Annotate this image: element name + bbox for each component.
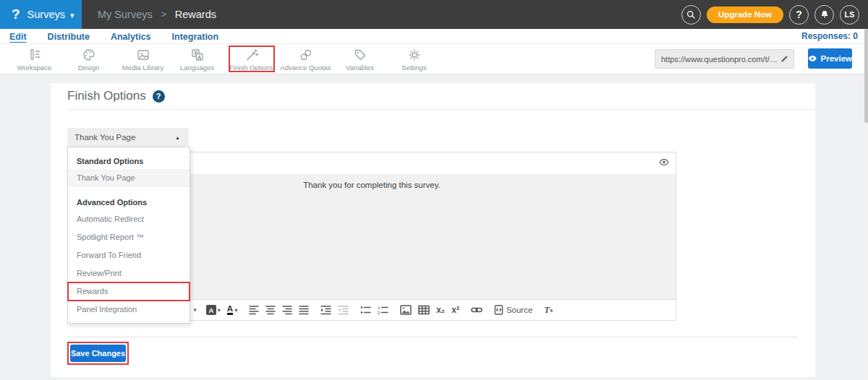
questionpro-app: ? Surveys ▾ My Surveys > Rewards Upgrade… [0, 0, 868, 380]
user-avatar[interactable]: LS [840, 5, 859, 25]
ribbon-item-workspace[interactable]: Workspace [7, 44, 61, 74]
tag-icon [353, 48, 367, 62]
magic-wand-icon [244, 48, 259, 62]
insert-image-button[interactable] [400, 305, 412, 315]
align-justify-icon [299, 305, 309, 315]
menu-group-standard: Standard Options [68, 153, 190, 169]
menu-item-spotlight-report[interactable]: Spotlight Report ™ [68, 228, 190, 246]
menu-group-advanced: Advanced Options [68, 194, 190, 210]
top-header: ? Surveys ▾ My Surveys > Rewards Upgrade… [0, 0, 868, 29]
upgrade-now-button[interactable]: Upgrade Now [707, 7, 783, 23]
text-color-button[interactable]: A ▾ [227, 305, 237, 315]
preview-button[interactable]: Preview [808, 48, 852, 69]
section-divider [67, 337, 798, 337]
decrease-indent-button[interactable] [338, 305, 349, 315]
menu-item-forward-to-friend[interactable]: Forward To Friend [68, 246, 190, 264]
align-right-button[interactable] [282, 305, 292, 315]
tab-distribute[interactable]: Distribute [48, 32, 90, 42]
design-palette-icon [82, 48, 96, 62]
chevron-down-icon: ▾ [70, 11, 75, 20]
ribbon-item-variables[interactable]: Variables [333, 44, 387, 74]
save-changes-button[interactable]: Save Changes [70, 345, 126, 362]
product-name: Surveys [27, 9, 65, 20]
increase-indent-button[interactable] [320, 305, 331, 315]
ribbon-item-design[interactable]: Design [61, 44, 116, 74]
survey-url-field [655, 49, 794, 69]
ribbon-item-settings[interactable]: Settings [387, 44, 441, 74]
remove-format-button[interactable]: Tx [544, 305, 553, 316]
menu-item-rewards[interactable]: Rewards [68, 282, 190, 301]
questionpro-logo-icon: ? [12, 7, 20, 22]
search-button[interactable] [681, 5, 701, 25]
languages-icon [190, 48, 205, 62]
numbered-list-button[interactable]: 12 [378, 305, 388, 315]
page-background: Finish Options ? Thank You Page ▲ Thank [0, 74, 868, 380]
eye-icon [659, 158, 669, 166]
insert-table-button[interactable] [418, 305, 430, 315]
align-center-icon [265, 305, 276, 315]
bell-icon [820, 9, 830, 20]
avatar-initials: LS [844, 10, 854, 19]
numbered-list-icon: 12 [378, 305, 388, 315]
ribbon-item-advance-quotas[interactable]: Advance Quotas [278, 44, 333, 74]
source-document-icon [494, 305, 503, 315]
header-actions: Upgrade Now ? LS [681, 0, 859, 29]
pencil-icon [780, 54, 789, 64]
menu-item-review-print[interactable]: Review/Print [68, 264, 190, 282]
menu-item-automatic-redirect[interactable]: Automatic Redirect [68, 210, 190, 228]
ribbon-item-finish-options[interactable]: Finish Options [224, 44, 278, 74]
title-help-button[interactable]: ? [153, 90, 165, 103]
image-icon [400, 305, 412, 315]
editor-preview-toggle[interactable] [659, 158, 669, 166]
ribbon-item-languages[interactable]: Languages [170, 44, 224, 74]
scrollbar-thumb[interactable] [864, 29, 868, 123]
question-mark-icon: ? [796, 9, 802, 20]
align-center-button[interactable] [265, 305, 276, 315]
tab-analytics[interactable]: Analytics [111, 32, 151, 42]
product-switcher[interactable]: ? Surveys ▾ [0, 0, 82, 29]
page-title: Finish Options [67, 89, 146, 103]
gear-icon [407, 48, 422, 62]
media-library-icon [136, 48, 150, 62]
survey-url-input[interactable] [661, 55, 780, 64]
eye-icon [808, 55, 817, 62]
view-source-button[interactable]: Source [494, 305, 532, 315]
edit-url-button[interactable] [780, 54, 789, 64]
search-icon [686, 9, 696, 20]
chain-links-icon [299, 48, 313, 62]
tab-edit[interactable]: Edit [9, 32, 27, 42]
breadcrumb-current-survey: Rewards [175, 9, 216, 20]
background-color-button[interactable]: A ▾ [206, 305, 221, 315]
link-icon [471, 306, 482, 314]
bulleted-list-button[interactable] [360, 305, 371, 315]
survey-nav: Edit Distribute Analytics Integration Re… [0, 29, 868, 44]
selected-option-label: Thank You Page [75, 133, 135, 142]
svg-text:2: 2 [378, 311, 380, 315]
edit-ribbon: Workspace Design Media Library Languages… [0, 44, 868, 74]
finish-option-select[interactable]: Thank You Page ▲ [67, 128, 189, 147]
text-color-icon: A [227, 305, 233, 315]
bg-color-icon: A [206, 305, 216, 315]
caret-down-icon: ▾ [193, 306, 197, 314]
vertical-scrollbar [864, 29, 868, 380]
decrease-indent-icon [338, 305, 349, 315]
notifications-button[interactable] [814, 5, 834, 25]
breadcrumb: My Surveys > Rewards [98, 0, 216, 29]
table-icon [418, 305, 430, 315]
insert-link-button[interactable] [471, 306, 482, 314]
subscript-button[interactable]: x₂ [436, 305, 445, 315]
ribbon-item-media-library[interactable]: Media Library [116, 44, 170, 74]
superscript-button[interactable]: x² [451, 305, 459, 315]
breadcrumb-my-surveys[interactable]: My Surveys [98, 9, 153, 20]
bulleted-list-icon [360, 305, 371, 315]
menu-group-gap [68, 187, 190, 194]
help-button[interactable]: ? [789, 5, 809, 25]
tab-integration[interactable]: Integration [172, 32, 219, 42]
increase-indent-icon [320, 305, 331, 315]
align-justify-button[interactable] [299, 305, 309, 315]
align-left-button[interactable] [249, 305, 259, 315]
align-right-icon [282, 305, 292, 315]
menu-item-panel-integration[interactable]: Panel Integration [68, 301, 190, 319]
collapse-arrow-icon: ▲ [175, 135, 180, 140]
menu-item-thank-you-page[interactable]: Thank You Page [68, 169, 190, 187]
